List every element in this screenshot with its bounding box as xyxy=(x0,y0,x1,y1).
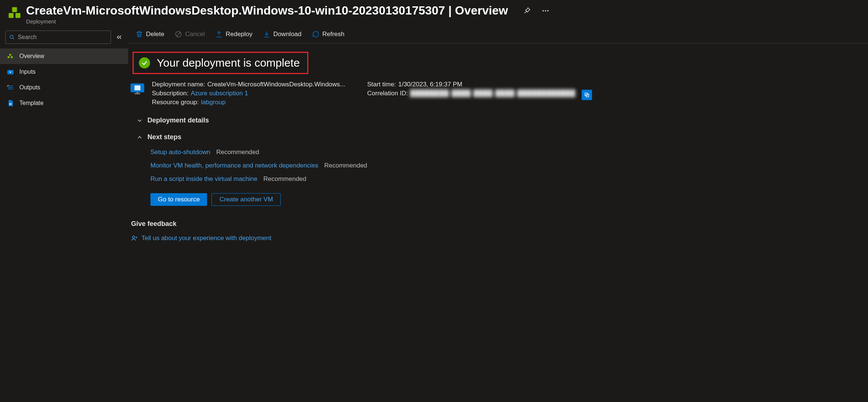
svg-rect-23 xyxy=(136,92,138,93)
outputs-icon xyxy=(7,84,14,91)
svg-rect-10 xyxy=(9,54,11,56)
svg-rect-8 xyxy=(8,56,10,58)
more-icon[interactable] xyxy=(541,7,550,15)
create-another-vm-button[interactable]: Create another VM xyxy=(212,193,281,206)
main-content: Delete Cancel Redeploy Download Refresh xyxy=(128,27,868,402)
subscription-label: Subscription: xyxy=(152,90,188,97)
trash-icon xyxy=(136,31,143,38)
deployment-details-toggle[interactable]: Deployment details xyxy=(136,117,868,124)
cancel-button: Cancel xyxy=(175,31,205,38)
search-icon xyxy=(9,34,15,40)
start-time-label: Start time: xyxy=(367,81,396,88)
start-time-value: 1/30/2023, 6:19:37 PM xyxy=(398,81,462,88)
nav-outputs[interactable]: Outputs xyxy=(0,80,128,95)
svg-rect-9 xyxy=(11,56,13,58)
copy-button[interactable] xyxy=(582,90,592,100)
svg-rect-16 xyxy=(9,103,12,104)
resource-group-link[interactable]: labgroup xyxy=(201,99,226,106)
nav-template[interactable]: Template xyxy=(0,95,128,111)
svg-rect-0 xyxy=(9,13,13,18)
svg-point-26 xyxy=(133,236,135,238)
chevron-down-icon xyxy=(136,117,143,124)
next-step-link[interactable]: Run a script inside the virtual machine xyxy=(150,175,257,183)
subscription-link[interactable]: Azure subscription 1 xyxy=(191,90,248,97)
svg-line-19 xyxy=(177,32,180,36)
feedback-link[interactable]: Tell us about your experience with deplo… xyxy=(131,234,868,242)
toolbar: Delete Cancel Redeploy Download Refresh xyxy=(128,31,868,44)
nav-label: Template xyxy=(19,100,44,106)
upload-icon xyxy=(215,31,223,38)
chevron-up-icon xyxy=(136,134,143,141)
delete-button[interactable]: Delete xyxy=(136,31,164,38)
page-header: CreateVm-MicrosoftWindowsDesktop.Windows… xyxy=(0,0,868,27)
deployment-complete-banner: Your deployment is complete xyxy=(133,52,308,74)
nav-overview[interactable]: Overview xyxy=(0,48,128,64)
feedback-icon xyxy=(131,235,138,242)
inputs-icon xyxy=(7,68,14,76)
next-step-link[interactable]: Monitor VM health, performance and netwo… xyxy=(150,162,318,169)
nav-label: Inputs xyxy=(19,68,36,75)
cancel-icon xyxy=(175,31,182,38)
collapse-sidebar-icon[interactable] xyxy=(115,34,123,41)
svg-point-5 xyxy=(547,10,549,12)
next-step-tag: Recommended xyxy=(216,149,259,156)
refresh-icon xyxy=(312,31,319,38)
page-subtitle: Deployment xyxy=(26,18,508,25)
success-check-icon xyxy=(139,57,150,68)
svg-rect-1 xyxy=(16,13,20,18)
deployment-name-label: Deployment name: xyxy=(152,81,205,88)
next-steps-list: Setup auto-shutdown Recommended Monitor … xyxy=(150,149,868,183)
copy-icon xyxy=(584,92,590,98)
download-button[interactable]: Download xyxy=(263,31,302,38)
status-message: Your deployment is complete xyxy=(157,57,300,69)
correlation-id-value: ████████-████-████-████-████████████ xyxy=(410,90,576,100)
svg-line-7 xyxy=(13,38,14,39)
next-step-tag: Recommended xyxy=(324,162,367,169)
svg-point-3 xyxy=(543,10,544,12)
nav-label: Overview xyxy=(19,53,44,60)
deployment-info: Deployment name: CreateVm-MicrosoftWindo… xyxy=(130,81,868,108)
search-input[interactable] xyxy=(18,34,107,41)
svg-point-4 xyxy=(545,10,546,12)
next-step-tag: Recommended xyxy=(263,175,306,183)
svg-rect-22 xyxy=(134,93,140,95)
redeploy-button[interactable]: Redeploy xyxy=(215,31,252,38)
svg-point-6 xyxy=(10,35,13,39)
search-box[interactable] xyxy=(5,31,111,44)
cubes-icon xyxy=(7,52,14,60)
nav-label: Outputs xyxy=(19,84,40,91)
refresh-button[interactable]: Refresh xyxy=(312,31,345,38)
next-step-item: Setup auto-shutdown Recommended xyxy=(150,149,868,156)
svg-rect-2 xyxy=(12,7,17,12)
deployment-name-value: CreateVm-MicrosoftWindowsDesktop.Windows… xyxy=(207,81,345,88)
next-step-link[interactable]: Setup auto-shutdown xyxy=(150,149,210,156)
sidebar: Overview Inputs Outputs Template xyxy=(0,27,128,402)
next-step-item: Run a script inside the virtual machine … xyxy=(150,175,868,183)
resource-group-label: Resource group: xyxy=(152,99,199,106)
go-to-resource-button[interactable]: Go to resource xyxy=(150,193,207,206)
feedback-title: Give feedback xyxy=(131,220,868,228)
action-buttons: Go to resource Create another VM xyxy=(150,193,868,206)
svg-rect-17 xyxy=(9,104,12,105)
template-icon xyxy=(7,99,14,107)
page-title: CreateVm-MicrosoftWindowsDesktop.Windows… xyxy=(26,4,508,17)
next-steps-toggle[interactable]: Next steps xyxy=(136,133,868,141)
svg-rect-21 xyxy=(134,86,140,90)
correlation-id-label: Correlation ID: xyxy=(367,90,408,100)
pin-icon[interactable] xyxy=(523,7,531,15)
next-step-item: Monitor VM health, performance and netwo… xyxy=(150,162,868,169)
nav-inputs[interactable]: Inputs xyxy=(0,64,128,80)
vm-icon xyxy=(130,82,145,97)
deployment-icon xyxy=(7,5,22,21)
download-icon xyxy=(263,31,270,38)
